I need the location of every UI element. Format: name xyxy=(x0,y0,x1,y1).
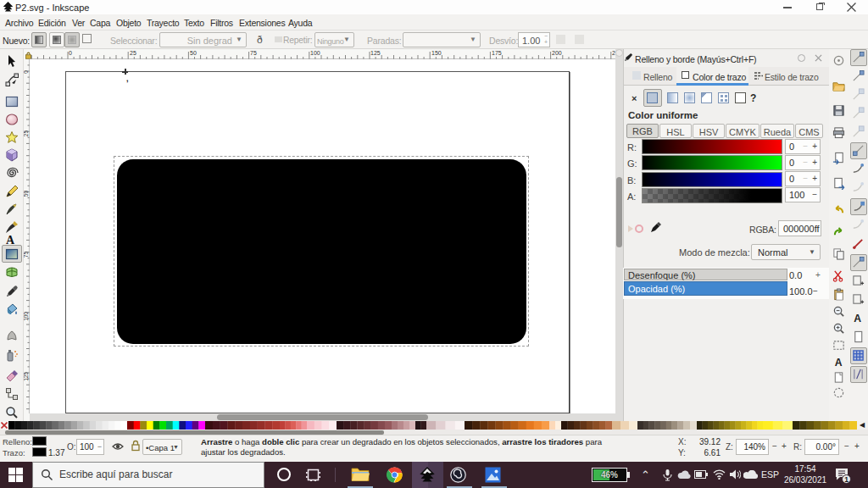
svg-text:100: 100 xyxy=(310,50,320,56)
svg-text:A: A xyxy=(854,313,861,324)
svg-text:100: 100 xyxy=(24,312,29,321)
svg-text:125: 125 xyxy=(24,372,29,381)
svg-text:50: 50 xyxy=(24,191,29,197)
svg-text:175: 175 xyxy=(492,50,502,56)
svg-text:75: 75 xyxy=(24,252,29,258)
svg-text:0: 0 xyxy=(24,70,29,74)
svg-text:25: 25 xyxy=(24,130,29,137)
svg-text:75: 75 xyxy=(250,50,257,56)
svg-text:200: 200 xyxy=(552,50,562,56)
svg-text:150: 150 xyxy=(431,50,442,56)
svg-text:A: A xyxy=(835,357,843,369)
svg-text:50: 50 xyxy=(190,50,197,56)
svg-text:125: 125 xyxy=(370,50,381,56)
svg-text:25: 25 xyxy=(130,50,136,56)
svg-text:0: 0 xyxy=(69,50,72,56)
